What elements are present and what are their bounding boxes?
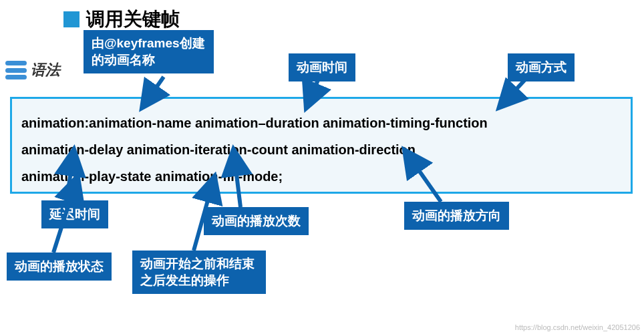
callout-animation-fillmode: 动画开始之前和结束之后发生的操作 bbox=[132, 251, 266, 294]
title-row: 调用关键帧 bbox=[63, 7, 180, 32]
callout-animation-delay: 延迟时间 bbox=[41, 200, 108, 228]
title-bullet-icon bbox=[63, 11, 79, 27]
callout-animation-direction: 动画的播放方向 bbox=[404, 202, 509, 230]
watermark: https://blog.csdn.net/weixin_42051206 bbox=[515, 323, 640, 331]
code-line-3: animation-play-state animation-fill-mode… bbox=[21, 163, 621, 190]
callout-animation-timing: 动画方式 bbox=[508, 53, 575, 81]
callout-animation-name: 由@keyframes创建的动画名称 bbox=[84, 30, 214, 73]
callout-animation-iteration: 动画的播放次数 bbox=[204, 207, 309, 235]
code-line-2: animation-delay animation-iteration-coun… bbox=[21, 136, 621, 163]
syntax-label: 语法 bbox=[31, 60, 60, 80]
list-icon bbox=[5, 61, 27, 79]
page-title: 调用关键帧 bbox=[86, 7, 180, 32]
callout-animation-playstate: 动画的播放状态 bbox=[7, 253, 112, 281]
syntax-row: 语法 bbox=[5, 60, 60, 80]
code-line-1: animation:animation-name animation–durat… bbox=[21, 110, 621, 136]
callout-animation-duration: 动画时间 bbox=[289, 53, 355, 81]
code-box: animation:animation-name animation–durat… bbox=[10, 97, 633, 194]
